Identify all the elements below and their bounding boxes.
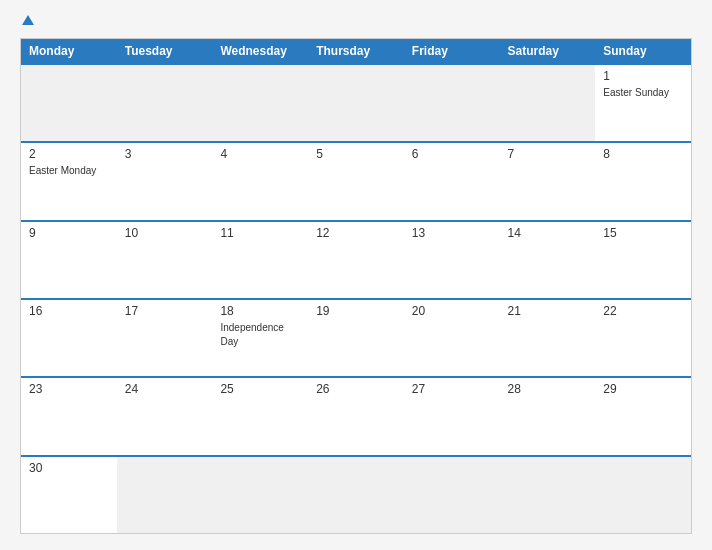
calendar-cell: 15 — [595, 222, 691, 298]
calendar-cell — [308, 457, 404, 533]
day-event: Independence Day — [220, 322, 283, 347]
calendar-cell: 26 — [308, 378, 404, 454]
calendar-row-1: 2Easter Monday345678 — [21, 141, 691, 219]
calendar-cell: 25 — [212, 378, 308, 454]
calendar-cell: 16 — [21, 300, 117, 376]
calendar-cell — [212, 65, 308, 141]
calendar-body: 1Easter Sunday2Easter Monday345678910111… — [21, 63, 691, 533]
calendar-cell — [404, 65, 500, 141]
day-number: 11 — [220, 226, 300, 240]
day-of-week-friday: Friday — [404, 39, 500, 63]
calendar-cell: 5 — [308, 143, 404, 219]
day-number: 12 — [316, 226, 396, 240]
calendar-cell: 14 — [500, 222, 596, 298]
day-number: 17 — [125, 304, 205, 318]
calendar-cell: 8 — [595, 143, 691, 219]
day-number: 4 — [220, 147, 300, 161]
day-of-week-monday: Monday — [21, 39, 117, 63]
day-number: 14 — [508, 226, 588, 240]
calendar-row-3: 161718Independence Day19202122 — [21, 298, 691, 376]
calendar-cell — [117, 457, 213, 533]
day-number: 6 — [412, 147, 492, 161]
calendar-cell: 6 — [404, 143, 500, 219]
day-number: 21 — [508, 304, 588, 318]
day-number: 19 — [316, 304, 396, 318]
logo — [20, 16, 34, 26]
day-number: 2 — [29, 147, 109, 161]
calendar-cell: 9 — [21, 222, 117, 298]
calendar-cell — [212, 457, 308, 533]
calendar-cell: 12 — [308, 222, 404, 298]
calendar-cell — [500, 457, 596, 533]
day-number: 3 — [125, 147, 205, 161]
calendar-header: MondayTuesdayWednesdayThursdayFridaySatu… — [21, 39, 691, 63]
day-number: 18 — [220, 304, 300, 318]
calendar-cell: 29 — [595, 378, 691, 454]
calendar-cell — [404, 457, 500, 533]
day-number: 25 — [220, 382, 300, 396]
day-of-week-thursday: Thursday — [308, 39, 404, 63]
day-number: 9 — [29, 226, 109, 240]
day-number: 23 — [29, 382, 109, 396]
day-number: 16 — [29, 304, 109, 318]
calendar-cell: 7 — [500, 143, 596, 219]
day-number: 29 — [603, 382, 683, 396]
day-number: 20 — [412, 304, 492, 318]
calendar-cell: 22 — [595, 300, 691, 376]
day-of-week-wednesday: Wednesday — [212, 39, 308, 63]
day-event: Easter Sunday — [603, 87, 669, 98]
calendar-cell — [21, 65, 117, 141]
calendar-row-4: 23242526272829 — [21, 376, 691, 454]
calendar-cell: 4 — [212, 143, 308, 219]
calendar-cell: 11 — [212, 222, 308, 298]
calendar-cell: 13 — [404, 222, 500, 298]
calendar-cell: 18Independence Day — [212, 300, 308, 376]
day-number: 22 — [603, 304, 683, 318]
calendar-cell: 23 — [21, 378, 117, 454]
calendar-cell — [595, 457, 691, 533]
calendar-cell — [117, 65, 213, 141]
calendar-cell — [308, 65, 404, 141]
day-number: 15 — [603, 226, 683, 240]
calendar-row-5: 30 — [21, 455, 691, 533]
calendar-row-0: 1Easter Sunday — [21, 63, 691, 141]
day-number: 10 — [125, 226, 205, 240]
calendar-cell: 28 — [500, 378, 596, 454]
day-number: 24 — [125, 382, 205, 396]
calendar-cell: 2Easter Monday — [21, 143, 117, 219]
day-number: 28 — [508, 382, 588, 396]
day-number: 5 — [316, 147, 396, 161]
calendar-cell: 27 — [404, 378, 500, 454]
calendar-cell: 19 — [308, 300, 404, 376]
calendar-row-2: 9101112131415 — [21, 220, 691, 298]
calendar-cell: 17 — [117, 300, 213, 376]
day-number: 8 — [603, 147, 683, 161]
calendar-cell: 30 — [21, 457, 117, 533]
calendar-cell: 10 — [117, 222, 213, 298]
day-number: 27 — [412, 382, 492, 396]
calendar-cell: 3 — [117, 143, 213, 219]
day-number: 26 — [316, 382, 396, 396]
day-number: 13 — [412, 226, 492, 240]
day-event: Easter Monday — [29, 165, 96, 176]
day-of-week-saturday: Saturday — [500, 39, 596, 63]
day-number: 1 — [603, 69, 683, 83]
day-number: 7 — [508, 147, 588, 161]
calendar: MondayTuesdayWednesdayThursdayFridaySatu… — [20, 38, 692, 534]
calendar-cell: 21 — [500, 300, 596, 376]
day-number: 30 — [29, 461, 109, 475]
calendar-cell: 24 — [117, 378, 213, 454]
header — [20, 16, 692, 26]
calendar-cell: 20 — [404, 300, 500, 376]
calendar-page: MondayTuesdayWednesdayThursdayFridaySatu… — [0, 0, 712, 550]
day-of-week-sunday: Sunday — [595, 39, 691, 63]
day-of-week-tuesday: Tuesday — [117, 39, 213, 63]
calendar-cell — [500, 65, 596, 141]
calendar-cell: 1Easter Sunday — [595, 65, 691, 141]
logo-triangle-icon — [22, 15, 34, 25]
